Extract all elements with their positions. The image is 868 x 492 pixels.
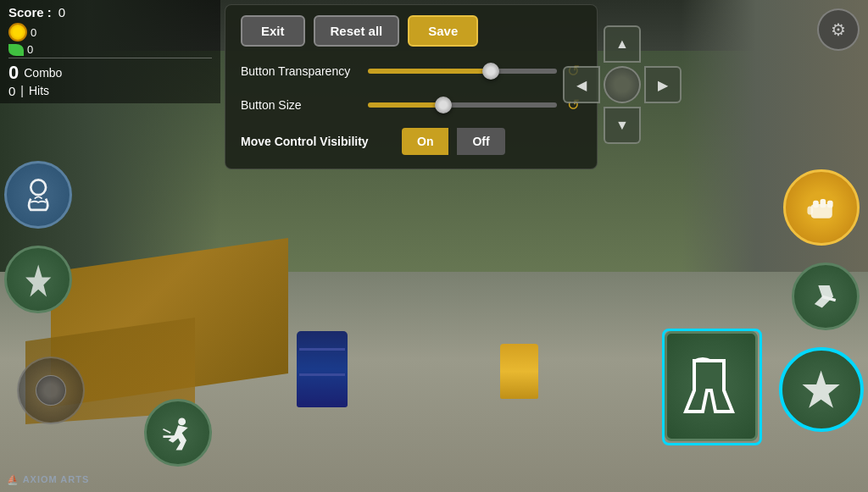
dpad: ▲ ▼ ◀ ▶ [563,25,682,144]
barrel-center [297,331,348,407]
skill1-icon [19,176,57,213]
save-button[interactable]: Save [408,15,478,47]
settings-panel: Exit Reset all Save Button Transparency … [225,4,598,169]
size-slider-track [368,102,557,108]
visibility-off-button[interactable]: Off [457,128,504,155]
logo-text: AXIOM ARTS [23,474,90,484]
svg-rect-4 [827,201,833,207]
size-row: Button Size ↺ [241,94,581,116]
special-icon [798,366,844,412]
score-value: 0 [58,5,65,19]
dpad-down-button[interactable]: ▼ [604,107,641,144]
settings-button[interactable]: ⚙ [817,8,860,51]
dpad-container: ▲ ▼ ◀ ▶ [563,25,682,144]
skill1-button[interactable] [4,161,72,229]
joystick[interactable] [17,357,85,424]
combo-value: 0 [8,62,19,84]
transparency-row: Button Transparency ↺ [241,60,581,82]
visibility-row: Move Control Visibility On Off [241,128,581,155]
exit-button[interactable]: Exit [241,15,305,47]
reset-button[interactable]: Reset all [314,15,400,47]
punch-button[interactable] [783,169,860,246]
hits-label: | [20,84,24,98]
size-slider-container [368,97,557,113]
size-label: Button Size [241,98,359,112]
dpad-right-icon: ▶ [658,77,668,93]
logo: ⛵ AXIOM ARTS [7,474,89,485]
score-label: Score : [8,5,52,19]
svg-line-9 [163,429,170,433]
run-icon [159,414,197,451]
settings-icon: ⚙ [831,19,846,40]
skill2-button[interactable] [4,246,72,313]
transparency-slider-thumb[interactable] [482,63,499,80]
leaf-count: 0 [27,43,33,56]
dpad-up-icon: ▲ [615,36,629,52]
svg-point-7 [178,417,186,425]
svg-rect-5 [807,206,813,214]
dpad-up-button[interactable]: ▲ [604,25,641,63]
svg-rect-3 [820,199,826,207]
transparency-slider-container [368,63,557,80]
dpad-left-icon: ◀ [576,77,587,93]
run-button[interactable] [144,399,212,467]
combo-label: Combo [24,66,62,80]
svg-rect-2 [813,201,819,207]
grab-button[interactable] [665,331,758,441]
special-button[interactable] [779,347,864,432]
dpad-right-button[interactable]: ▶ [644,66,682,103]
visibility-label: Move Control Visibility [241,135,393,148]
dpad-center [604,66,641,103]
grab-icon [677,352,745,420]
dpad-left-button[interactable]: ◀ [563,66,600,103]
transparency-label: Button Transparency [241,64,359,78]
leaf-icon [8,44,24,56]
transparency-slider-track [368,69,557,74]
coin-count: 0 [31,26,36,39]
panel-buttons: Exit Reset all Save [241,15,581,47]
joystick-thumb [36,375,66,406]
logo-icon: ⛵ [7,474,23,484]
punch-icon [800,186,843,229]
joystick-base [17,357,85,424]
size-slider-thumb[interactable] [435,97,452,113]
visibility-on-button[interactable]: On [402,128,448,155]
hud: Score : 0 0 0 0 Combo 0 | Hits [0,0,220,103]
coin-icon [8,23,27,41]
kick-icon [807,278,844,315]
hits-value: 0 [8,84,15,98]
barrel-yellow [500,344,538,399]
skill2-icon [19,261,57,298]
hits-text: Hits [29,84,49,98]
dpad-down-icon: ▼ [615,118,629,133]
kick-button[interactable] [792,263,860,330]
svg-point-0 [31,180,46,195]
